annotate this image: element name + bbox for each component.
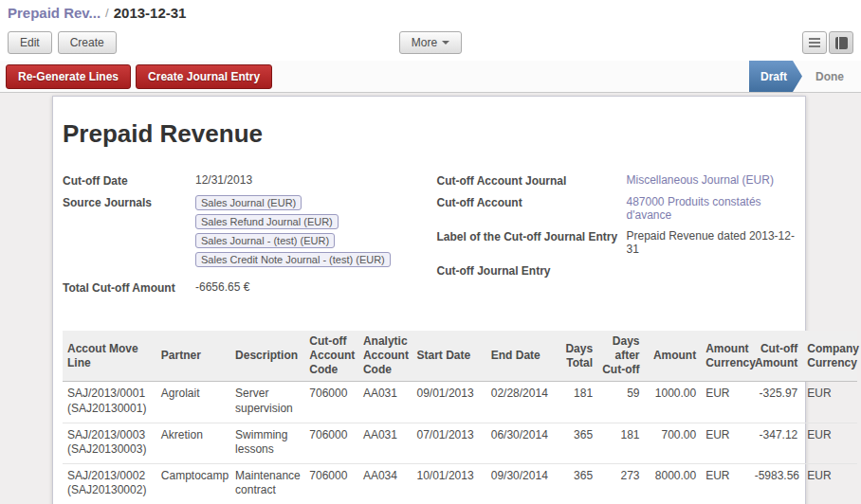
cutoff-lines-table: Accout Move Line Partner Description Cut… (63, 331, 857, 504)
cell-start-date: 07/01/2013 (412, 423, 486, 463)
cell-end-date: 09/30/2014 (486, 463, 560, 504)
cell-cutoff-amount: -325.97 (750, 382, 803, 423)
breadcrumb-parent[interactable]: Prepaid Rev... (8, 5, 101, 21)
form-view-button[interactable] (829, 31, 853, 54)
page-title: Prepaid Revenue (63, 119, 796, 149)
col-amount[interactable]: Amount (645, 331, 702, 382)
field-cutoff-date: Cut-off Date 12/31/2013 (63, 173, 422, 188)
cell-partner: Agrolait (156, 382, 230, 423)
create-journal-entry-button[interactable]: Create Journal Entry (136, 64, 272, 89)
col-description[interactable]: Description (230, 331, 304, 382)
field-source-journals: Source Journals Sales Journal (EUR) Sale… (63, 195, 422, 271)
form-icon (835, 37, 848, 49)
cell-move-line: SAJ/2013/0002 (SAJ20130002) (63, 463, 156, 504)
col-days-after-cutoff[interactable]: Days after Cut-off (597, 331, 644, 382)
cell-end-date: 06/30/2014 (486, 423, 560, 463)
cell-description: Server supervision (230, 382, 304, 423)
list-view-button[interactable] (802, 31, 827, 54)
cutoff-account-value[interactable]: 487000 Produits constatés d'avance (627, 195, 797, 222)
col-days-total[interactable]: Days Total (560, 331, 597, 382)
cell-company-currency: EUR (802, 382, 857, 423)
col-end-date[interactable]: End Date (486, 331, 560, 382)
cell-description: Maintenance contract (230, 463, 304, 504)
journal-entry-label: Cut-off Journal Entry (437, 263, 627, 278)
cell-days-after: 181 (597, 423, 644, 463)
status-done: Done (802, 61, 861, 92)
journal-entry-value (627, 263, 797, 278)
cell-move-line: SAJ/2013/0003 (SAJ20130003) (63, 423, 156, 463)
cell-start-date: 09/01/2013 (412, 382, 486, 423)
col-cutoff-amount[interactable]: Cut-off Amount (750, 331, 803, 382)
status-draft: Draft (749, 61, 802, 92)
breadcrumb-separator: / (105, 6, 109, 20)
cutoff-date-value: 12/31/2013 (195, 173, 422, 188)
action-bar: Re-Generate Lines Create Journal Entry D… (0, 61, 861, 93)
cell-days-total: 181 (560, 382, 597, 423)
view-switcher (802, 31, 853, 54)
form-sheet: Prepaid Revenue Cut-off Date 12/31/2013 … (52, 96, 806, 504)
table-row[interactable]: SAJ/2013/0002 (SAJ20130002) Camptocamp M… (63, 463, 857, 504)
col-analytic-account-code[interactable]: Analytic Account Code (358, 331, 412, 382)
entry-label-value: Prepaid Revenue dated 2013-12-31 (627, 229, 797, 256)
cutoff-date-label: Cut-off Date (63, 173, 195, 188)
breadcrumb: Prepaid Rev... / 2013-12-31 (0, 0, 861, 25)
field-cutoff-account: Cut-off Account 487000 Produits constaté… (437, 195, 797, 222)
cell-start-date: 10/01/2013 (412, 463, 486, 504)
regenerate-lines-button[interactable]: Re-Generate Lines (6, 64, 131, 89)
content-area: Prepaid Revenue Cut-off Date 12/31/2013 … (0, 93, 861, 504)
field-group-right: Cut-off Account Journal Miscellaneous Jo… (437, 173, 797, 302)
cell-days-after: 59 (597, 382, 644, 423)
cell-partner: Camptocamp (156, 463, 230, 504)
cell-amount: 1000.00 (645, 382, 702, 423)
cell-days-after: 273 (597, 463, 644, 504)
cell-days-total: 365 (560, 423, 597, 463)
total-amount-label: Total Cut-off Amount (63, 280, 195, 295)
cell-account-code: 706000 (304, 463, 358, 504)
cell-cutoff-amount: -5983.56 (750, 463, 803, 504)
field-entry-label: Label of the Cut-off Journal Entry Prepa… (437, 229, 797, 256)
cell-amount: 8000.00 (645, 463, 702, 504)
table-row[interactable]: SAJ/2013/0001 (SAJ20130001) Agrolait Ser… (63, 382, 857, 423)
cell-partner: Akretion (156, 423, 230, 463)
journal-tag: Sales Refund Journal (EUR) (195, 214, 339, 229)
col-amount-currency[interactable]: Amount Currency (701, 331, 749, 382)
table-header-row: Accout Move Line Partner Description Cut… (63, 331, 857, 382)
journal-tag: Sales Journal (EUR) (195, 195, 302, 210)
table-row[interactable]: SAJ/2013/0003 (SAJ20130003) Akretion Swi… (63, 423, 857, 463)
field-total-amount: Total Cut-off Amount -6656.65 € (63, 280, 422, 295)
cell-company-currency: EUR (802, 423, 857, 463)
cutoff-account-label: Cut-off Account (437, 195, 627, 222)
more-button[interactable]: More (399, 31, 462, 54)
create-button[interactable]: Create (58, 31, 117, 54)
cell-move-line: SAJ/2013/0001 (SAJ20130001) (63, 382, 156, 423)
cell-amount-currency: EUR (701, 423, 749, 463)
cell-description: Swimming lessons (230, 423, 304, 463)
cell-company-currency: EUR (802, 463, 857, 504)
cutoff-journal-value[interactable]: Miscellaneous Journal (EUR) (627, 173, 797, 188)
cell-account-code: 706000 (304, 382, 358, 423)
col-cutoff-account-code[interactable]: Cut-off Account Code (304, 331, 358, 382)
col-start-date[interactable]: Start Date (412, 331, 486, 382)
cell-days-total: 365 (560, 463, 597, 504)
col-partner[interactable]: Partner (156, 331, 230, 382)
col-account-move-line[interactable]: Accout Move Line (63, 331, 156, 382)
cell-amount: 700.00 (645, 423, 702, 463)
breadcrumb-current: 2013-12-31 (114, 5, 187, 21)
cell-end-date: 02/28/2014 (486, 382, 560, 423)
col-company-currency[interactable]: Company Currency (802, 331, 857, 382)
cell-analytic-code: AA031 (358, 423, 412, 463)
field-group-left: Cut-off Date 12/31/2013 Source Journals … (63, 173, 422, 302)
source-journals-tags: Sales Journal (EUR) Sales Refund Journal… (195, 195, 422, 271)
entry-label-label: Label of the Cut-off Journal Entry (437, 229, 627, 256)
total-amount-value: -6656.65 € (195, 280, 422, 295)
field-cutoff-journal: Cut-off Account Journal Miscellaneous Jo… (437, 173, 797, 188)
cell-analytic-code: AA031 (358, 382, 412, 423)
cell-amount-currency: EUR (701, 463, 749, 504)
field-journal-entry: Cut-off Journal Entry (437, 263, 797, 278)
cell-account-code: 706000 (304, 423, 358, 463)
edit-button[interactable]: Edit (8, 31, 52, 54)
journal-tag: Sales Credit Note Journal - (test) (EUR) (195, 252, 391, 267)
cell-amount-currency: EUR (701, 382, 749, 423)
list-icon (809, 38, 820, 47)
cell-analytic-code: AA034 (358, 463, 412, 504)
